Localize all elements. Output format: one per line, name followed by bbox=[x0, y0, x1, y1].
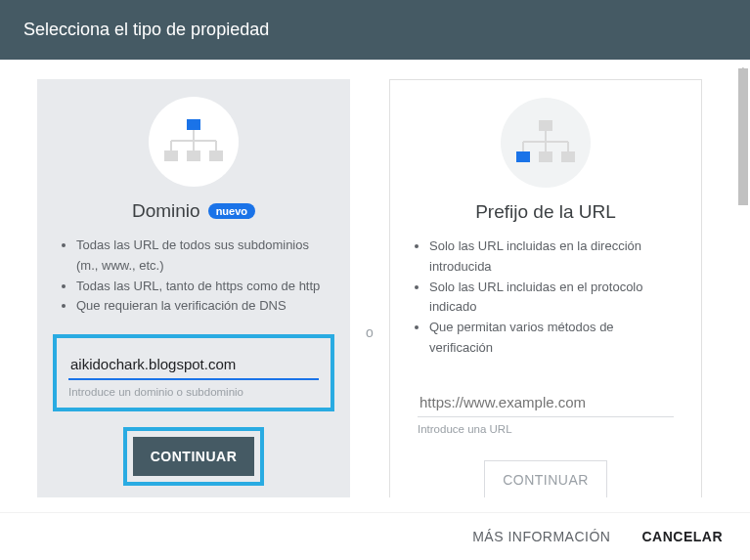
url-icon-circle bbox=[501, 98, 591, 188]
new-badge: nuevo bbox=[208, 203, 255, 219]
domain-card-title: Dominio bbox=[132, 200, 200, 222]
url-bullet: Solo las URL incluidas en el protocolo i… bbox=[429, 278, 676, 319]
url-continue-button[interactable]: CONTINUAR bbox=[484, 460, 607, 497]
domain-bullet: Que requieran la verificación de DNS bbox=[76, 296, 325, 317]
domain-input-helper: Introduce un dominio o subdominio bbox=[68, 386, 319, 398]
svg-rect-9 bbox=[539, 120, 552, 131]
domain-continue-button[interactable]: CONTINUAR bbox=[133, 437, 255, 476]
cancel-button[interactable]: CANCELAR bbox=[641, 529, 723, 544]
domain-input[interactable] bbox=[68, 350, 319, 380]
or-divider: o bbox=[350, 324, 389, 340]
url-bullet: Solo las URL incluidas en la dirección i… bbox=[429, 237, 676, 278]
dialog-footer: MÁS INFORMACIÓN CANCELAR bbox=[0, 512, 750, 560]
url-input[interactable] bbox=[418, 388, 674, 417]
svg-rect-10 bbox=[516, 151, 530, 162]
svg-rect-2 bbox=[187, 151, 200, 161]
svg-rect-11 bbox=[539, 151, 552, 162]
url-bullets: Solo las URL incluidas en la dirección i… bbox=[390, 237, 701, 359]
url-bullet: Que permitan varios métodos de verificac… bbox=[429, 318, 676, 359]
url-card-title: Prefijo de la URL bbox=[475, 201, 616, 223]
svg-rect-0 bbox=[187, 119, 200, 130]
sitemap-icon bbox=[164, 119, 223, 164]
scrollbar-thumb[interactable] bbox=[738, 68, 748, 205]
property-card-domain[interactable]: Dominio nuevo Todas las URL de todos sus… bbox=[37, 79, 350, 497]
domain-card-title-row: Dominio nuevo bbox=[132, 200, 255, 222]
sitemap-icon bbox=[516, 120, 575, 165]
dialog-title: Selecciona el tipo de propiedad bbox=[23, 20, 269, 39]
property-card-url-prefix[interactable]: Prefijo de la URL Solo las URL incluidas… bbox=[389, 79, 702, 497]
url-input-wrap: Introduce una URL bbox=[406, 376, 685, 445]
domain-bullet: Todas las URL de todos sus subdominios (… bbox=[76, 236, 325, 277]
svg-rect-3 bbox=[209, 151, 223, 161]
svg-rect-1 bbox=[164, 151, 178, 161]
domain-bullet: Todas las URL, tanto de https como de ht… bbox=[76, 277, 325, 297]
domain-bullets: Todas las URL de todos sus subdominios (… bbox=[37, 236, 350, 317]
url-card-title-row: Prefijo de la URL bbox=[475, 201, 616, 223]
domain-continue-highlight: CONTINUAR bbox=[123, 427, 265, 486]
more-info-button[interactable]: MÁS INFORMACIÓN bbox=[472, 529, 610, 544]
svg-rect-12 bbox=[561, 151, 575, 162]
domain-icon-circle bbox=[149, 97, 239, 187]
domain-input-highlight: Introduce un dominio o subdominio bbox=[53, 334, 334, 411]
dialog-content: Dominio nuevo Todas las URL de todos sus… bbox=[0, 60, 750, 497]
url-input-helper: Introduce una URL bbox=[418, 423, 674, 435]
dialog-header: Selecciona el tipo de propiedad bbox=[0, 0, 750, 60]
